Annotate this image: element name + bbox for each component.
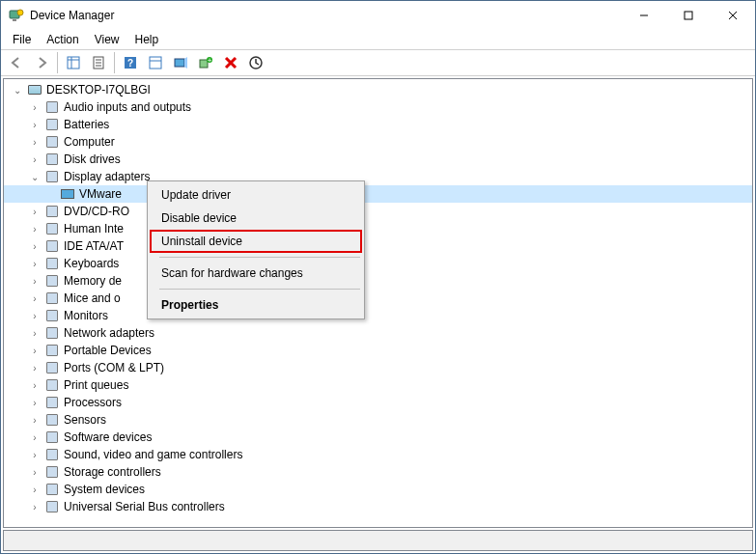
ctx-update-driver[interactable]: Update driver	[150, 183, 362, 207]
help-button[interactable]: ?	[119, 51, 142, 74]
back-button[interactable]	[5, 51, 28, 74]
tree-item[interactable]: ›Portable Devices	[4, 342, 752, 359]
close-button[interactable]	[711, 1, 755, 30]
tree-item-label: Processors	[62, 396, 124, 409]
expand-icon[interactable]: ›	[27, 464, 42, 480]
forward-button[interactable]	[30, 51, 53, 74]
tree-item[interactable]: ›Sensors	[4, 411, 752, 429]
expand-icon[interactable]: ›	[27, 238, 42, 254]
menu-file[interactable]: File	[5, 31, 39, 48]
svg-rect-4	[685, 12, 692, 19]
expand-icon[interactable]: ›	[27, 377, 42, 393]
toolbar-separator	[114, 52, 115, 73]
add-legacy-hardware-button[interactable]: +	[194, 51, 217, 74]
tree-item-label: Mice and o	[62, 291, 123, 305]
tree-item[interactable]: ›Disk drives	[4, 151, 752, 168]
svg-rect-18	[175, 59, 184, 67]
expand-icon[interactable]: ›	[27, 152, 42, 167]
menu-action[interactable]: Action	[39, 31, 86, 48]
ctx-uninstall-device[interactable]: Uninstall device	[150, 230, 362, 253]
device-category-icon	[44, 291, 60, 306]
tree-child-item[interactable]: VMware	[4, 185, 752, 203]
expand-icon[interactable]: ›	[27, 412, 42, 428]
expand-icon[interactable]: ›	[27, 395, 42, 410]
collapse-icon[interactable]: ⌄	[10, 82, 25, 97]
expand-icon[interactable]: ›	[27, 117, 42, 132]
tree-item[interactable]: ›Storage controllers	[4, 463, 752, 481]
tree-item[interactable]: ›Ports (COM & LPT)	[4, 359, 752, 376]
expand-icon[interactable]: ›	[27, 429, 42, 445]
tree-item-label: Monitors	[62, 309, 110, 322]
tree-item[interactable]: ›IDE ATA/AT	[4, 237, 752, 255]
tree-item[interactable]: ›DVD/CD-RO	[4, 203, 752, 220]
tree-item[interactable]: ›Mice and o	[4, 290, 752, 307]
device-category-icon	[44, 169, 60, 184]
device-icon	[60, 186, 75, 202]
tree-item[interactable]: ›Print queues	[4, 376, 752, 394]
device-category-icon	[44, 152, 60, 167]
expand-icon[interactable]: ›	[27, 256, 42, 271]
expand-icon[interactable]: ›	[27, 308, 42, 323]
menubar: File Action View Help	[1, 30, 755, 49]
tree-item-label: Display adapters	[62, 170, 152, 183]
expand-icon[interactable]: ›	[27, 360, 42, 375]
ctx-properties[interactable]: Properties	[150, 293, 362, 317]
toolbar-icon[interactable]	[144, 51, 167, 74]
tree-root[interactable]: ⌄ DESKTOP-I7QLBGI	[4, 81, 752, 98]
device-category-icon	[44, 256, 60, 271]
tree-item[interactable]: ›Keyboards	[4, 255, 752, 272]
expand-icon[interactable]: ›	[27, 273, 42, 289]
tree-item[interactable]: ›Processors	[4, 394, 752, 411]
tree-item-label: DVD/CD-RO	[62, 205, 131, 218]
tree-root-label: DESKTOP-I7QLBGI	[44, 83, 153, 97]
expand-icon[interactable]: ›	[27, 325, 42, 341]
device-tree[interactable]: ⌄ DESKTOP-I7QLBGI ›Audio inputs and outp…	[3, 78, 753, 528]
maximize-button[interactable]	[666, 1, 711, 30]
update-driver-button[interactable]	[244, 51, 267, 74]
tree-item[interactable]: ⌄Display adapters	[4, 168, 752, 185]
expand-icon[interactable]: ›	[27, 99, 42, 115]
expand-icon[interactable]: ›	[27, 291, 42, 306]
uninstall-button[interactable]	[219, 51, 242, 74]
tree-item-label: Disk drives	[62, 152, 123, 166]
tree-item-label: Network adapters	[62, 326, 156, 340]
tree-item[interactable]: ›System devices	[4, 481, 752, 498]
menu-view[interactable]: View	[87, 31, 127, 48]
minimize-button[interactable]	[622, 1, 666, 30]
tree-item[interactable]: ›Batteries	[4, 116, 752, 133]
device-category-icon	[44, 273, 60, 289]
expand-icon[interactable]: ›	[27, 343, 42, 358]
device-category-icon	[44, 238, 60, 254]
svg-text:+: +	[208, 56, 212, 65]
expand-icon[interactable]: ›	[27, 204, 42, 219]
device-category-icon	[44, 447, 60, 462]
tree-item[interactable]: ›Sound, video and game controllers	[4, 446, 752, 463]
svg-rect-7	[68, 57, 79, 69]
ctx-disable-device[interactable]: Disable device	[150, 207, 362, 230]
tree-item[interactable]: ›Computer	[4, 133, 752, 151]
tree-item[interactable]: ›Human Inte	[4, 220, 752, 237]
toolbar-separator	[57, 52, 58, 73]
tree-item-label: Sensors	[62, 413, 108, 427]
tree-item[interactable]: ›Network adapters	[4, 324, 752, 342]
expand-icon[interactable]: ›	[27, 221, 42, 236]
tree-item[interactable]: ›Memory de	[4, 272, 752, 290]
context-menu: Update driver Disable device Uninstall d…	[147, 180, 365, 319]
menu-help[interactable]: Help	[127, 31, 167, 48]
show-hide-tree-button[interactable]	[62, 51, 85, 74]
expand-icon[interactable]: ›	[27, 499, 42, 514]
expand-icon[interactable]: ›	[27, 134, 42, 150]
collapse-icon[interactable]: ⌄	[27, 169, 42, 184]
device-category-icon	[44, 343, 60, 358]
tree-item[interactable]: ›Universal Serial Bus controllers	[4, 498, 752, 515]
properties-button[interactable]	[87, 51, 110, 74]
tree-item[interactable]: ›Software devices	[4, 429, 752, 446]
window-title: Device Manager	[30, 9, 114, 22]
ctx-scan-hardware[interactable]: Scan for hardware changes	[150, 262, 362, 285]
expand-icon[interactable]: ›	[27, 447, 42, 462]
scan-hardware-button[interactable]	[169, 51, 192, 74]
expand-icon[interactable]: ›	[27, 482, 42, 497]
tree-item[interactable]: ›Audio inputs and outputs	[4, 98, 752, 116]
device-category-icon	[44, 221, 60, 236]
tree-item[interactable]: ›Monitors	[4, 307, 752, 324]
